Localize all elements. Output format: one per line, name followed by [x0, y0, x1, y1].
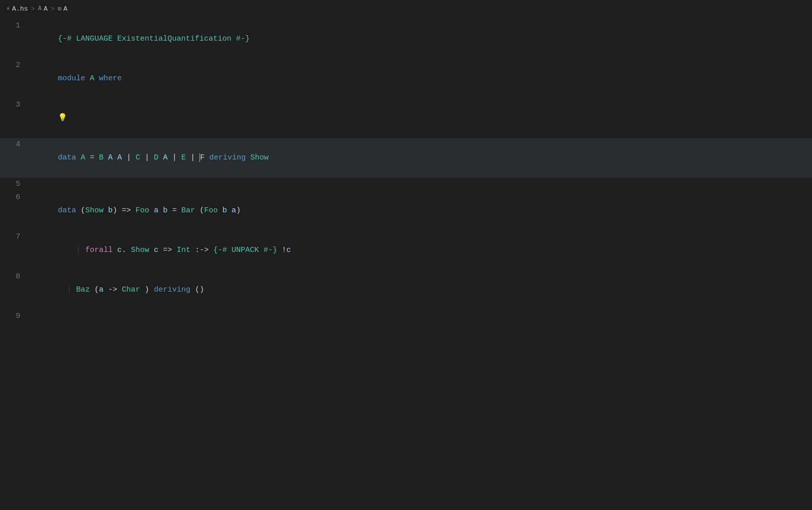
tv-c1: c: [117, 246, 122, 254]
line-num-2: 2: [0, 59, 30, 72]
tv-A2: A: [117, 153, 122, 162]
line-num-6: 6: [0, 191, 30, 204]
line-content-4: data A = B A A | C | D A | E | F derivin…: [30, 138, 812, 178]
kw-module: module: [58, 74, 85, 83]
tv-a1: a: [154, 206, 158, 215]
line-num-1: 1: [0, 19, 30, 33]
breadcrumb-symbol-icon: ⊞: [58, 5, 61, 13]
tv-c3: c: [286, 246, 291, 254]
breadcrumb-module-icon: A: [38, 5, 42, 12]
tv-A3: A: [163, 153, 167, 162]
tv-b1: b: [108, 206, 113, 215]
editor[interactable]: 1 {-# LANGUAGE ExistentialQuantification…: [0, 17, 812, 325]
type-foo-2: Foo: [204, 206, 218, 215]
dot-1: .: [122, 246, 126, 254]
type-show-2: Show: [85, 206, 104, 215]
kw-data-1: data: [58, 153, 76, 162]
kw-where: where: [99, 74, 122, 83]
ctor-bar: Bar: [181, 206, 195, 215]
ctor-B: B: [99, 153, 104, 162]
ctor-C: C: [136, 153, 140, 162]
breadcrumb-module[interactable]: A: [44, 5, 48, 13]
type-int: Int: [177, 246, 190, 254]
type-A2: A: [81, 153, 85, 162]
line-content-7: | forall c. Show c => Int :-> {-# UNPACK…: [30, 231, 812, 270]
kw-deriving-1: deriving: [209, 153, 246, 162]
code-line-1: 1 {-# LANGUAGE ExistentialQuantification…: [0, 19, 812, 59]
line-content-1: {-# LANGUAGE ExistentialQuantification #…: [30, 19, 812, 59]
breadcrumb-sep-1: >: [31, 5, 35, 13]
kw-deriving-2: deriving: [154, 285, 190, 294]
code-line-3: 3 💡: [0, 99, 812, 138]
type-A: A: [90, 74, 94, 83]
type-show-1: Show: [250, 153, 268, 162]
pragma-unpack: {-# UNPACK #-}: [213, 246, 277, 254]
tv-c2: c: [154, 246, 158, 254]
line-num-8: 8: [0, 270, 30, 283]
breadcrumb-filename[interactable]: A.hs: [12, 5, 28, 13]
breadcrumb-sep-2: >: [51, 5, 55, 13]
line-num-9: 9: [0, 310, 30, 323]
kw-forall: forall: [85, 246, 113, 254]
line-content-2: module A where: [30, 59, 812, 99]
line-num-3: 3: [0, 99, 30, 112]
indent-dots-8: |: [58, 285, 76, 294]
pragma-1: {-# LANGUAGE ExistentialQuantification #…: [58, 35, 250, 43]
ctor-E: E: [181, 153, 186, 162]
type-char: Char: [122, 285, 140, 294]
line-num-4: 4: [0, 138, 30, 151]
ctor-D: D: [154, 153, 158, 162]
line-num-7: 7: [0, 231, 30, 244]
tv-A1: A: [108, 153, 113, 162]
type-show-3: Show: [131, 246, 149, 254]
line-content-3: 💡: [30, 99, 812, 138]
lightbulb-icon: 💡: [58, 114, 67, 122]
line-content-8: | Baz (a -> Char ) deriving (): [30, 270, 812, 310]
breadcrumb-symbol[interactable]: A: [63, 5, 67, 13]
tv-a2: a: [231, 206, 236, 215]
kw-data-2: data: [58, 206, 76, 215]
line-content-6: data (Show b) => Foo a b = Bar (Foo b a): [30, 191, 812, 231]
tv-b3: b: [222, 206, 227, 215]
code-line-6: 6 data (Show b) => Foo a b = Bar (Foo b …: [0, 191, 812, 231]
breadcrumb: ⚡ A.hs > A A > ⊞ A: [0, 0, 812, 17]
code-line-8: 8 | Baz (a -> Char ) deriving (): [0, 270, 812, 310]
code-line-4: 4 data A = B A A | C | D A | E | F deriv…: [0, 138, 812, 178]
type-foo-1: Foo: [136, 206, 149, 215]
file-icon: ⚡: [6, 5, 10, 13]
code-line-5: 5: [0, 178, 812, 191]
code-line-2: 2 module A where: [0, 59, 812, 99]
tv-b2: b: [163, 206, 167, 215]
code-line-9: 9: [0, 310, 812, 323]
tv-a3: a: [99, 285, 104, 294]
code-line-7: 7 | forall c. Show c => Int :-> {-# UNPA…: [0, 231, 812, 270]
indent-dots-7: |: [58, 246, 85, 254]
ctor-baz: Baz: [76, 285, 90, 294]
line-num-5: 5: [0, 178, 30, 191]
